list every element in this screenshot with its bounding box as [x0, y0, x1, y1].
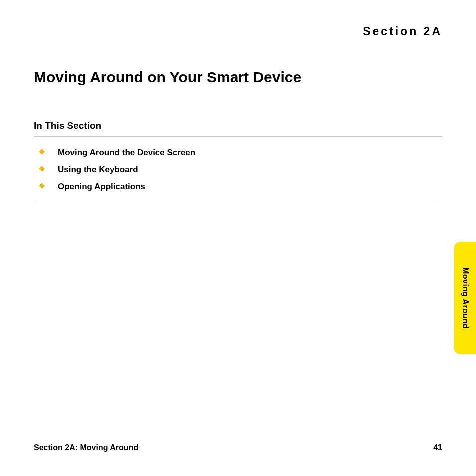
toc-item: Moving Around the Device Screen	[34, 148, 442, 158]
footer-section-ref: Section 2A: Moving Around	[34, 443, 138, 452]
page-number: 41	[433, 443, 442, 452]
diamond-bullet-icon	[39, 149, 44, 154]
toc-item: Using the Keyboard	[34, 165, 442, 175]
subsection-heading: In This Section	[34, 120, 442, 137]
toc-item-label: Opening Applications	[58, 182, 145, 192]
diamond-bullet-icon	[39, 183, 44, 188]
side-tab-label: Moving Around	[461, 267, 470, 329]
toc-item: Opening Applications	[34, 182, 442, 192]
page-footer: Section 2A: Moving Around 41	[34, 443, 442, 452]
toc-item-label: Moving Around the Device Screen	[58, 148, 195, 158]
side-tab: Moving Around	[454, 242, 476, 354]
page-title: Moving Around on Your Smart Device	[34, 68, 442, 86]
section-label: Section 2A	[34, 25, 442, 38]
toc-list: Moving Around the Device Screen Using th…	[34, 148, 442, 203]
toc-item-label: Using the Keyboard	[58, 165, 138, 175]
diamond-bullet-icon	[39, 166, 44, 171]
